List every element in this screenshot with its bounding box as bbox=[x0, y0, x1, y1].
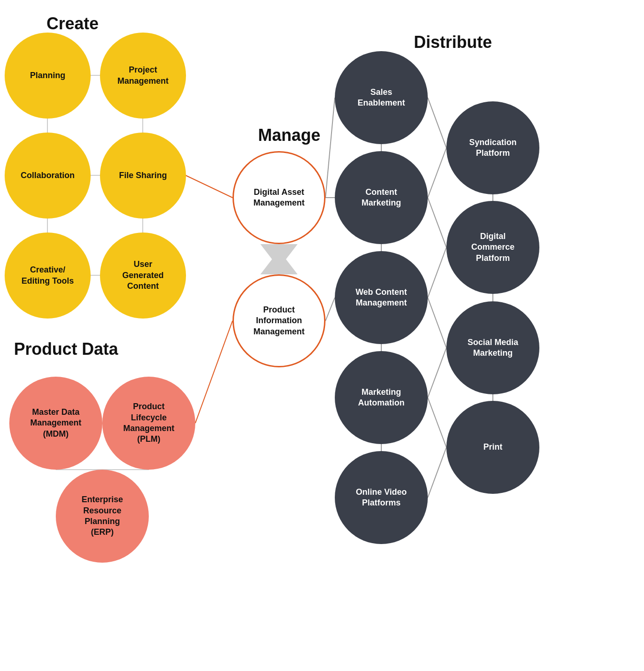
svg-marker-9 bbox=[260, 244, 298, 274]
svg-line-25 bbox=[325, 98, 335, 198]
syndication-platform-circle: SyndicationPlatform bbox=[446, 101, 539, 194]
plm-circle: ProductLifecycleManagement(PLM) bbox=[102, 377, 195, 470]
pim-circle: ProductInformationManagement bbox=[232, 274, 325, 367]
sales-enablement-circle: SalesEnablement bbox=[335, 51, 428, 144]
erp-circle: EnterpriseResourcePlanning(ERP) bbox=[56, 470, 149, 563]
product-data-title: Product Data bbox=[14, 339, 118, 359]
creative-editing-circle: Creative/Editing Tools bbox=[5, 233, 91, 319]
svg-line-21 bbox=[428, 298, 446, 348]
svg-line-7 bbox=[186, 175, 232, 198]
content-marketing-circle: ContentMarketing bbox=[335, 151, 428, 244]
digital-commerce-circle: DigitalCommercePlatform bbox=[446, 201, 539, 294]
social-media-marketing-circle: Social MediaMarketing bbox=[446, 301, 539, 394]
print-circle: Print bbox=[446, 401, 539, 494]
mdm-circle: Master DataManagement(MDM) bbox=[9, 377, 102, 470]
svg-line-23 bbox=[428, 398, 446, 447]
marketing-automation-circle: MarketingAutomation bbox=[335, 351, 428, 444]
distribute-title: Distribute bbox=[414, 33, 492, 52]
svg-line-8 bbox=[195, 321, 232, 423]
svg-line-19 bbox=[428, 198, 446, 247]
user-generated-circle: UserGeneratedContent bbox=[100, 233, 186, 319]
dam-circle: Digital AssetManagement bbox=[232, 151, 325, 244]
svg-line-17 bbox=[428, 98, 446, 148]
file-sharing-circle: File Sharing bbox=[100, 133, 186, 219]
project-management-circle: ProjectManagement bbox=[100, 33, 186, 119]
svg-line-20 bbox=[428, 247, 446, 298]
svg-line-24 bbox=[428, 447, 446, 498]
svg-line-27 bbox=[325, 298, 335, 321]
planning-circle: Planning bbox=[5, 33, 91, 119]
svg-line-22 bbox=[428, 348, 446, 398]
manage-title: Manage bbox=[258, 126, 320, 145]
web-content-management-circle: Web ContentManagement bbox=[335, 251, 428, 344]
create-title: Create bbox=[46, 14, 99, 33]
collaboration-circle: Collaboration bbox=[5, 133, 91, 219]
online-video-platforms-circle: Online VideoPlatforms bbox=[335, 451, 428, 544]
svg-line-18 bbox=[428, 148, 446, 198]
